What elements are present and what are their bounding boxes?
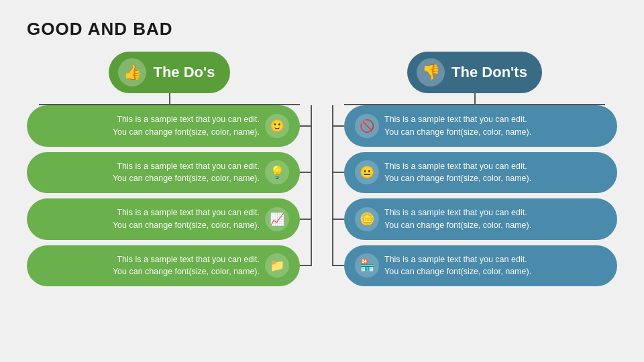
donts-bar-4[interactable]: This is a sample text that you can edit.… xyxy=(344,245,617,287)
no-icon: 🚫 xyxy=(355,114,379,138)
dos-h-line-3 xyxy=(300,219,312,220)
chart-icon: 📈 xyxy=(265,207,289,231)
dos-bar-3-text: This is a sample text that you can edit.… xyxy=(38,206,265,232)
donts-header: 👎 The Don'ts xyxy=(407,52,542,93)
dos-bar-1[interactable]: This is a sample text that you can edit.… xyxy=(27,105,300,147)
dos-item-1: This is a sample text that you can edit.… xyxy=(27,105,312,147)
thumbs-down-icon: 👎 xyxy=(417,58,445,86)
page-title: GOOD AND BAD xyxy=(27,19,617,40)
dos-v-connector xyxy=(169,93,170,104)
dos-bar-4[interactable]: This is a sample text that you can edit.… xyxy=(27,245,300,287)
donts-bar-2-text: This is a sample text that you can edit.… xyxy=(379,160,606,186)
donts-bar-3-text: This is a sample text that you can edit.… xyxy=(379,206,606,232)
thumbs-up-icon: 👍 xyxy=(118,58,146,86)
donts-title: The Don'ts xyxy=(451,64,527,81)
dos-item-2: This is a sample text that you can edit.… xyxy=(27,152,312,194)
dos-item-4: This is a sample text that you can edit.… xyxy=(27,245,312,287)
donts-bar-3[interactable]: This is a sample text that you can edit.… xyxy=(344,198,617,240)
dos-bar-3[interactable]: This is a sample text that you can edit.… xyxy=(27,198,300,240)
donts-h-line-4 xyxy=(332,265,344,266)
store-icon: 🏪 xyxy=(355,253,379,278)
main-columns: 👍 The Do's This is a sample text that yo… xyxy=(27,52,617,286)
donts-h-line-2 xyxy=(332,172,344,173)
dos-right-vline xyxy=(311,105,312,266)
folder-icon: 📁 xyxy=(265,253,289,278)
donts-item-3: This is a sample text that you can edit.… xyxy=(332,198,617,240)
donts-item-1: This is a sample text that you can edit.… xyxy=(332,105,617,147)
dos-bar-2[interactable]: This is a sample text that you can edit.… xyxy=(27,152,300,194)
dos-h-line-1 xyxy=(300,125,312,127)
dos-item-3: This is a sample text that you can edit.… xyxy=(27,198,312,240)
dos-h-line-4 xyxy=(300,265,312,266)
smiley-icon: 🙂 xyxy=(265,114,289,138)
donts-bar-1-text: This is a sample text that you can edit.… xyxy=(379,113,606,139)
dos-bar-4-text: This is a sample text that you can edit.… xyxy=(38,253,265,279)
donts-items: This is a sample text that you can edit.… xyxy=(332,105,617,286)
donts-bar-4-text: This is a sample text that you can edit.… xyxy=(379,253,606,279)
donts-column: 👎 The Don'ts This is a sample text that … xyxy=(332,52,617,286)
slide: GOOD AND BAD 👍 The Do's xyxy=(0,0,644,362)
dos-bar-1-text: This is a sample text that you can edit.… xyxy=(38,113,265,139)
donts-item-2: This is a sample text that you can edit.… xyxy=(332,152,617,194)
donts-h-line-1 xyxy=(332,125,344,127)
donts-left-vline xyxy=(332,105,333,266)
donts-bar-1[interactable]: This is a sample text that you can edit.… xyxy=(344,105,617,147)
donts-bar-2[interactable]: This is a sample text that you can edit.… xyxy=(344,152,617,194)
dos-h-line-2 xyxy=(300,172,312,173)
dos-items: This is a sample text that you can edit.… xyxy=(27,105,312,286)
donts-item-4: This is a sample text that you can edit.… xyxy=(332,245,617,287)
dos-column: 👍 The Do's This is a sample text that yo… xyxy=(27,52,312,286)
dos-title: The Do's xyxy=(153,64,215,81)
neutral-face-icon: 😐 xyxy=(355,160,379,184)
coins-icon: 🪙 xyxy=(355,207,379,231)
donts-v-connector xyxy=(474,93,476,104)
bulb-icon: 💡 xyxy=(265,160,289,184)
dos-header: 👍 The Do's xyxy=(109,52,229,93)
dos-bar-2-text: This is a sample text that you can edit.… xyxy=(38,160,265,186)
donts-h-line-3 xyxy=(332,219,344,220)
